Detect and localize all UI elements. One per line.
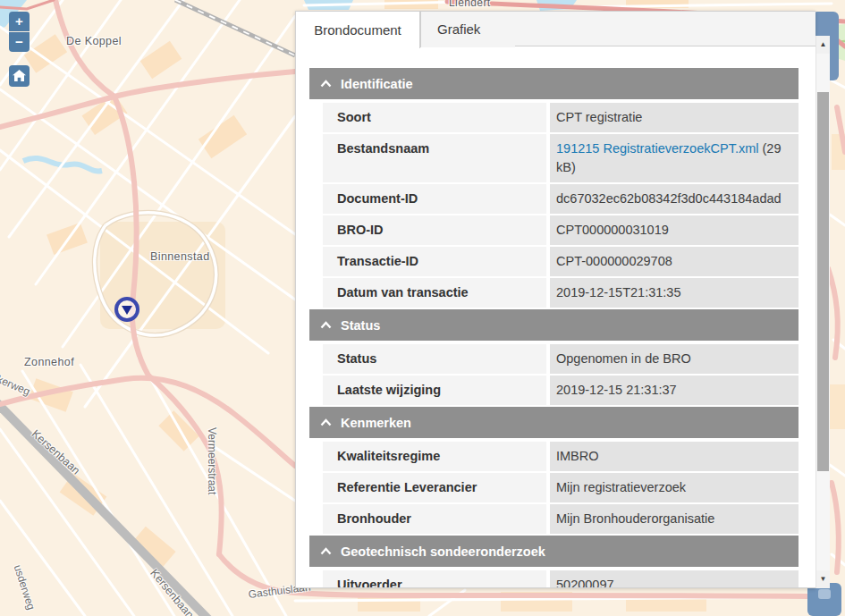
row-label: Uitvoerder xyxy=(323,570,546,588)
section-header[interactable]: Kenmerken xyxy=(309,407,799,438)
section-header[interactable]: Identificatie xyxy=(309,68,799,99)
map-label: usderweg xyxy=(12,563,38,612)
table-row: Datum van transactie2019-12-15T21:31:35 xyxy=(323,278,799,308)
row-label: Soort xyxy=(323,103,546,132)
section-header[interactable]: Status xyxy=(309,309,799,341)
row-label: Transactie-ID xyxy=(323,247,546,276)
table-row: BRO-IDCPT000000031019 xyxy=(323,215,799,245)
row-label: Document-ID xyxy=(323,184,546,214)
section-title: Status xyxy=(341,318,380,333)
row-label: Referentie Leverancier xyxy=(323,473,546,502)
scroll-up-button[interactable]: ▲ xyxy=(816,36,830,54)
section-title: Kenmerken xyxy=(341,416,411,430)
section-header[interactable]: Geotechnisch sondeeronderzoek xyxy=(309,536,799,567)
map-label: De Koppel xyxy=(66,35,122,47)
row-value: CPT registratie xyxy=(550,103,799,132)
map-label: kerweg xyxy=(0,373,32,398)
row-label: Kwaliteitsregime xyxy=(323,442,546,471)
row-label: BRO-ID xyxy=(323,215,546,245)
row-value: CPT000000031019 xyxy=(550,215,799,245)
row-value: Mijn Bronhouderorganisatie xyxy=(550,504,799,534)
detail-sections: IdentificatieSoortCPT registratieBestand… xyxy=(296,46,815,588)
map-marker[interactable] xyxy=(114,297,139,322)
panel-body: Brondocument Grafiek IdentificatieSoortC… xyxy=(295,11,815,588)
row-value: 50200097 xyxy=(550,570,799,588)
table-row: Document-IDdc67032ec62b08342f3d0c443184a… xyxy=(323,184,799,214)
section: KenmerkenKwaliteitsregimeIMBROReferentie… xyxy=(309,407,799,534)
chevron-up-icon xyxy=(320,418,332,426)
section: IdentificatieSoortCPT registratieBestand… xyxy=(309,68,799,308)
row-value: 2019-12-15 21:31:37 xyxy=(550,376,799,405)
row-value: CPT-000000029708 xyxy=(550,247,799,276)
map-label: Binnenstad xyxy=(150,250,210,263)
map-label: Vermeerstraat xyxy=(206,427,218,494)
row-value: 191215 RegistratieverzoekCPT.xml (29 kB) xyxy=(550,134,799,182)
scroll-down-button[interactable]: ▼ xyxy=(816,570,830,588)
scrollbar[interactable]: ▲ ▼ xyxy=(815,36,830,588)
section-title: Identificatie xyxy=(341,77,413,91)
row-label: Status xyxy=(323,344,546,374)
section-rows: KwaliteitsregimeIMBROReferentie Leveranc… xyxy=(323,442,799,534)
row-value: Mijn registratieverzoek xyxy=(550,473,799,502)
tab-strip: Brondocument Grafiek xyxy=(296,11,815,46)
section-rows: StatusOpgenomen in de BROLaatste wijzigi… xyxy=(323,344,799,405)
chevron-up-icon xyxy=(320,80,332,88)
table-row: SoortCPT registratie xyxy=(323,103,799,132)
section: Geotechnisch sondeeronderzoekUitvoerder5… xyxy=(309,536,799,588)
section: StatusStatusOpgenomen in de BROLaatste w… xyxy=(309,309,799,405)
home-button[interactable] xyxy=(9,65,30,87)
table-row: Transactie-IDCPT-000000029708 xyxy=(323,247,799,276)
table-row: BronhouderMijn Bronhouderorganisatie xyxy=(323,504,799,534)
zoom-control: + − xyxy=(9,12,30,52)
scroll-thumb[interactable] xyxy=(817,92,829,471)
table-row: Laatste wijziging2019-12-15 21:31:37 xyxy=(323,376,799,405)
home-icon xyxy=(13,70,26,82)
section-title: Geotechnisch sondeeronderzoek xyxy=(341,544,545,559)
chevron-up-icon xyxy=(320,547,332,555)
row-value: Opgenomen in de BRO xyxy=(550,344,799,374)
map-label: Kersenbaan xyxy=(148,567,196,616)
detail-panel: Brondocument Grafiek IdentificatieSoortC… xyxy=(295,11,830,588)
map-label: Zonnehof xyxy=(24,356,74,368)
table-row: Referentie LeverancierMijn registratieve… xyxy=(323,473,799,502)
row-value: IMBRO xyxy=(550,442,799,471)
table-row: KwaliteitsregimeIMBRO xyxy=(323,442,799,471)
table-row: Bestandsnaam191215 RegistratieverzoekCPT… xyxy=(323,134,799,182)
row-label: Datum van transactie xyxy=(323,278,546,308)
section-rows: Uitvoerder50200097 xyxy=(323,570,799,588)
map-label: Kersenbaan xyxy=(30,427,82,477)
file-link[interactable]: 191215 RegistratieverzoekCPT.xml xyxy=(556,141,758,156)
tab-grafiek[interactable]: Grafiek xyxy=(420,11,515,47)
tab-brondocument[interactable]: Brondocument xyxy=(296,11,420,48)
zoom-in-button[interactable]: + xyxy=(9,12,30,31)
table-row: StatusOpgenomen in de BRO xyxy=(323,344,799,374)
row-label: Bronhouder xyxy=(323,504,546,534)
zoom-out-button[interactable]: − xyxy=(9,32,30,52)
chevron-up-icon xyxy=(320,321,332,329)
section-rows: SoortCPT registratieBestandsnaam191215 R… xyxy=(323,103,799,308)
row-label: Bestandsnaam xyxy=(323,134,546,182)
row-value: dc67032ec62b08342f3d0c443184adad xyxy=(550,184,799,214)
map-label: Liendert xyxy=(449,0,491,9)
table-row: Uitvoerder50200097 xyxy=(323,570,799,588)
row-label: Laatste wijziging xyxy=(323,376,546,405)
row-value: 2019-12-15T21:31:35 xyxy=(550,278,799,308)
